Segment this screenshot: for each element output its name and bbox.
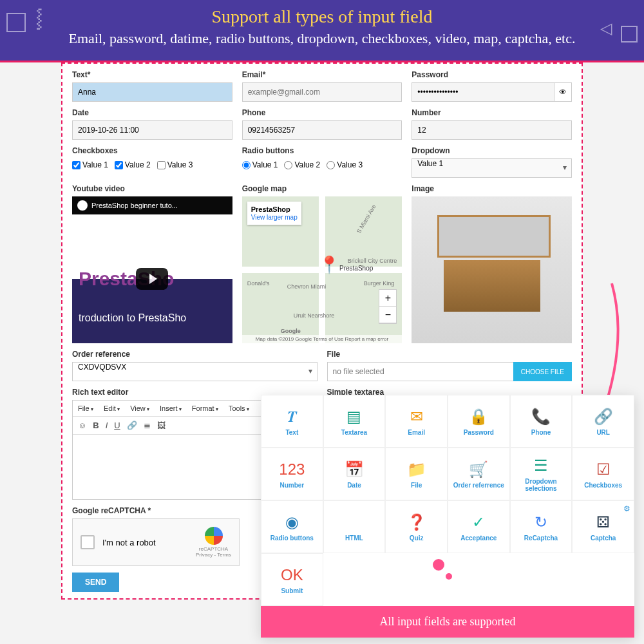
text-input[interactable]: [72, 82, 232, 102]
rte-format-menu[interactable]: Format: [187, 401, 223, 416]
field-type-url[interactable]: 🔗URL: [572, 395, 634, 448]
zoom-out-icon: −: [379, 307, 396, 323]
recaptcha-checkbox[interactable]: [80, 535, 95, 549]
image-icon[interactable]: 🖼: [157, 421, 166, 430]
field-type-email[interactable]: ✉Email: [385, 395, 448, 448]
text-label: Text*: [72, 70, 232, 79]
field-type-checkboxes[interactable]: ☑Checkboxes: [572, 448, 634, 500]
file-label: File: [327, 350, 573, 359]
banner-title: Support all types of input field: [0, 6, 644, 27]
number-label: Number: [412, 108, 572, 117]
italic-icon[interactable]: I: [106, 421, 108, 430]
field-type-file[interactable]: 📁File: [385, 448, 448, 500]
dropdown-select[interactable]: Value 1: [412, 158, 572, 178]
field-type-date[interactable]: 📅Date: [323, 448, 386, 500]
field-type-order-referrence[interactable]: 🛒Order referrence: [448, 448, 510, 500]
youtube-video[interactable]: PrestaShop beginner tuto... PrestaSho tr…: [72, 196, 232, 343]
recaptcha-widget[interactable]: I'm not a robot reCAPTCHAPrivacy - Terms: [72, 518, 240, 566]
code-icon[interactable]: ≣: [144, 421, 151, 430]
image-label: Image: [412, 184, 572, 193]
play-icon[interactable]: [136, 268, 168, 290]
radio-1[interactable]: Value 1: [242, 160, 278, 169]
choose-file-button[interactable]: CHOOSE FILE: [513, 362, 572, 381]
password-input[interactable]: [412, 82, 553, 102]
map-zoom[interactable]: +−: [379, 289, 397, 324]
field-type-quiz[interactable]: ❓Quiz: [385, 500, 448, 553]
link-icon[interactable]: 🔗: [127, 421, 137, 430]
file-input[interactable]: [327, 362, 513, 381]
field-type-text[interactable]: 𝑻Text: [261, 395, 323, 448]
rte-tools-menu[interactable]: Tools: [223, 401, 254, 416]
checkbox-3[interactable]: Value 3: [157, 160, 193, 169]
date-input[interactable]: [72, 120, 232, 140]
underline-icon[interactable]: U: [114, 421, 120, 430]
field-type-recaptcha[interactable]: ↻ReCaptcha: [510, 500, 573, 553]
password-label: Password: [412, 70, 572, 79]
map-label: Google map: [242, 184, 402, 193]
checkbox-2[interactable]: Value 2: [115, 160, 151, 169]
rte-view-menu[interactable]: View: [125, 401, 155, 416]
field-type-password[interactable]: 🔒Password: [448, 395, 510, 448]
field-type-html[interactable]: HTML: [323, 500, 386, 553]
field-type-number[interactable]: 123Number: [261, 448, 323, 500]
date-label: Date: [72, 108, 232, 117]
image-preview: [412, 196, 572, 343]
phone-input[interactable]: [242, 120, 402, 140]
field-types-overlay: 𝑻Text▤Textarea✉Email🔒Password📞Phone🔗URL1…: [261, 395, 634, 638]
zoom-in-icon: +: [379, 290, 396, 307]
field-type-dropdown-selections[interactable]: ☰Dropdown selections: [510, 448, 573, 500]
view-larger-map-link[interactable]: View larger map: [251, 214, 298, 221]
checkboxes-label: Checkboxes: [72, 146, 232, 155]
number-input[interactable]: [412, 120, 572, 140]
rte-insert-menu[interactable]: Insert: [155, 401, 187, 416]
radio-label: Radio buttons: [242, 146, 402, 155]
gear-icon[interactable]: ⚙: [623, 504, 630, 513]
map-info-card: PrestaShopView larger map: [247, 202, 301, 225]
youtube-label: Youtube video: [72, 184, 232, 193]
recaptcha-icon: [205, 527, 223, 545]
dropdown-label: Dropdown: [412, 146, 572, 155]
google-map[interactable]: PrestaShopView larger map 📍PrestaShop Do…: [242, 196, 402, 343]
radio-2[interactable]: Value 2: [284, 160, 320, 169]
email-label: Email*: [242, 70, 402, 79]
phone-label: Phone: [242, 108, 402, 117]
radio-3[interactable]: Value 3: [327, 160, 363, 169]
email-input[interactable]: [242, 82, 402, 102]
emoji-icon[interactable]: ☺: [78, 421, 86, 430]
rte-file-menu[interactable]: File: [73, 401, 99, 416]
callout-text: All input fields are supported: [261, 606, 634, 638]
decoration-dot: [433, 559, 444, 571]
toggle-password-icon[interactable]: 👁: [554, 82, 572, 102]
field-type-phone[interactable]: 📞Phone: [510, 395, 573, 448]
order-select[interactable]: CXDVQDSVX: [72, 362, 317, 381]
checkbox-1[interactable]: Value 1: [72, 160, 108, 169]
send-button[interactable]: SEND: [72, 573, 119, 592]
promo-banner: ⸾◁ Support all types of input field Emai…: [0, 0, 644, 62]
bold-icon[interactable]: B: [93, 421, 99, 430]
field-type-textarea[interactable]: ▤Textarea: [323, 395, 386, 448]
field-type-submit[interactable]: OKSubmit: [261, 553, 323, 606]
rte-edit-menu[interactable]: Edit: [99, 401, 125, 416]
order-label: Order reference: [72, 350, 317, 359]
field-type-radio-buttons[interactable]: ◉Radio buttons: [261, 500, 323, 553]
banner-subtitle: Email, password, datime, radio buttons, …: [0, 30, 644, 47]
field-type-acceptance[interactable]: ✓Acceptance: [448, 500, 510, 553]
decoration-dot: [446, 573, 452, 580]
